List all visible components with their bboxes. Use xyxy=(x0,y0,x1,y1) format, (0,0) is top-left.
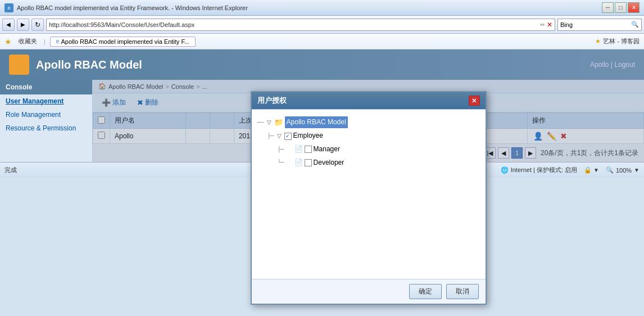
tree-root-item[interactable]: ── ▽ 📁 Apollo RBAC Model xyxy=(257,115,480,129)
developer-item[interactable]: └─ 📄 Developer xyxy=(278,156,480,170)
employee-expander[interactable]: ▽ xyxy=(276,131,283,141)
root-label: Apollo RBAC Model xyxy=(285,116,348,129)
employee-item[interactable]: ├─ ▽ ✓ Employee xyxy=(267,129,480,143)
window-controls: ─ □ ✕ xyxy=(602,2,640,13)
browser-tab[interactable]: e Apollo RBAC model implemented via Enti… xyxy=(50,37,196,47)
manager-checkbox[interactable] xyxy=(305,146,312,153)
app-user-info: Apollo | Logout xyxy=(590,61,635,69)
favorites-label: 收藏夹 xyxy=(19,37,37,46)
modal-title: 用户授权 xyxy=(257,96,287,106)
app-title: Apollo RBAC Model xyxy=(36,58,142,71)
cancel-button[interactable]: 取消 xyxy=(446,284,479,299)
sidebar-item-resource-permission[interactable]: Resource & Permission xyxy=(0,121,92,135)
favorites-button[interactable]: 收藏夹 xyxy=(16,36,39,47)
status-right: 🌐 Internet | 保护模式: 启用 🔒 ▼ 🔍 100% ▼ xyxy=(501,166,640,174)
go-arrows: ⇔ xyxy=(540,21,545,28)
modal-footer: 确定 取消 xyxy=(252,279,486,304)
security-zone: 🌐 Internet | 保护模式: 启用 xyxy=(501,166,577,174)
developer-connector: └─ xyxy=(278,157,284,168)
user-link[interactable]: ★ 艺林 - 博客园 xyxy=(595,37,640,46)
root-children: ├─ ▽ ✓ Employee ├─ xyxy=(257,129,480,169)
user-auth-modal: 用户授权 ✕ ── ▽ 📁 Apollo RBAC Model xyxy=(251,91,487,305)
root-folder-icon: 📁 xyxy=(274,116,283,129)
confirm-button[interactable]: 确定 xyxy=(409,284,442,299)
favorites-sep: | xyxy=(44,38,46,45)
app-logo xyxy=(9,55,29,75)
permission-tree: ── ▽ 📁 Apollo RBAC Model ├─ ▽ xyxy=(257,115,480,169)
employee-checkbox[interactable]: ✓ xyxy=(284,133,292,140)
favorites-bar: ★ 收藏夹 | e Apollo RBAC model implemented … xyxy=(0,34,644,49)
lock-arrow[interactable]: ▼ xyxy=(593,167,599,173)
refresh-button[interactable]: ↻ xyxy=(31,19,44,31)
security-lock: 🔒 ▼ xyxy=(584,166,599,174)
url-text: http://localhost:9563/Main/Console/User/… xyxy=(49,21,540,28)
developer-doc-icon: 📄 xyxy=(294,157,303,169)
user-favorites-icon: ★ xyxy=(595,38,601,45)
tab-icon: e xyxy=(56,38,60,44)
modal-title-bar: 用户授权 ✕ xyxy=(252,92,486,109)
employee-children: ├─ 📄 Manager └─ xyxy=(267,143,480,169)
minimize-button[interactable]: ─ xyxy=(602,2,614,13)
manager-label: Manager xyxy=(314,143,340,156)
search-engine-label: Bing xyxy=(560,21,573,28)
manager-connector: ├─ xyxy=(278,145,284,155)
stop-button[interactable]: ✕ xyxy=(547,21,552,29)
logo-image xyxy=(9,55,29,75)
back-button[interactable]: ◀ xyxy=(2,19,15,31)
address-bar[interactable]: http://localhost:9563/Main/Console/User/… xyxy=(46,19,555,31)
sidebar-item-role-management[interactable]: Role Management xyxy=(0,108,92,121)
globe-icon: 🌐 xyxy=(501,166,509,174)
search-icon: 🔍 xyxy=(631,21,639,28)
app-header: Apollo RBAC Model Apollo | Logout xyxy=(0,49,644,80)
modal-close-button[interactable]: ✕ xyxy=(469,96,480,106)
root-connector: ── xyxy=(257,118,264,128)
zoom-icon: 🔍 xyxy=(606,166,614,174)
developer-label: Developer xyxy=(314,157,344,169)
zoom-control[interactable]: 🔍 100% ▼ xyxy=(606,166,640,174)
status-text: 完成 xyxy=(4,166,17,174)
zoom-arrow: ▼ xyxy=(634,167,640,173)
browser-icon: e xyxy=(4,3,13,12)
browser-title: Apollo RBAC model implemented via Entity… xyxy=(17,4,602,11)
sidebar: Console User Management Role Management … xyxy=(0,80,93,162)
favorites-star-icon: ★ xyxy=(4,37,12,46)
main-content: 🏠 Apollo RBAC Model > Console > ... ➕ 添加… xyxy=(93,80,644,162)
tab-label: Apollo RBAC model implemented via Entity… xyxy=(61,38,189,45)
search-bar[interactable]: Bing 🔍 xyxy=(557,19,642,31)
lock-icon: 🔒 xyxy=(584,166,592,174)
close-button[interactable]: ✕ xyxy=(628,2,640,13)
manager-item[interactable]: ├─ 📄 Manager xyxy=(278,143,480,156)
manager-doc-icon: 📄 xyxy=(294,143,303,156)
user-link-label: 艺林 - 博客园 xyxy=(603,37,640,46)
browser-title-bar: e Apollo RBAC model implemented via Enti… xyxy=(0,0,644,16)
sidebar-item-user-management[interactable]: User Management xyxy=(0,94,92,108)
zone-text: Internet | 保护模式: 启用 xyxy=(511,166,577,174)
app-body: Console User Management Role Management … xyxy=(0,80,644,162)
developer-checkbox[interactable] xyxy=(305,159,312,166)
employee-connector: ├─ xyxy=(267,131,274,141)
nav-bar: ◀ ▶ ↻ http://localhost:9563/Main/Console… xyxy=(0,16,644,34)
employee-branch: ├─ ▽ ✓ Employee ├─ xyxy=(267,129,480,169)
modal-body: ── ▽ 📁 Apollo RBAC Model ├─ ▽ xyxy=(252,109,486,279)
zoom-level: 100% xyxy=(616,167,632,174)
maximize-button[interactable]: □ xyxy=(615,2,627,13)
modal-overlay: 用户授权 ✕ ── ▽ 📁 Apollo RBAC Model xyxy=(93,80,644,162)
forward-button[interactable]: ▶ xyxy=(17,19,29,31)
employee-label: Employee xyxy=(293,130,323,142)
sidebar-title: Console xyxy=(0,80,92,94)
app-user-link[interactable]: Apollo | Logout xyxy=(590,61,635,69)
root-expander[interactable]: ▽ xyxy=(266,118,273,128)
